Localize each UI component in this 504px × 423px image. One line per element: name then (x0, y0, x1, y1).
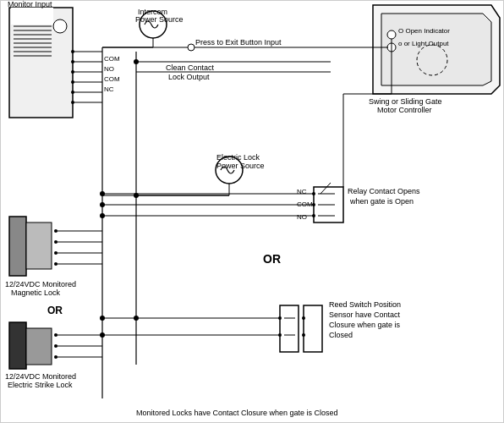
svg-text:when gate is Open: when gate is Open (349, 197, 414, 206)
svg-text:Clean Contact: Clean Contact (166, 63, 215, 72)
svg-text:12/24VDC Monitored: 12/24VDC Monitored (5, 280, 76, 288)
svg-point-73 (387, 30, 396, 39)
svg-text:Relay Contact Opens: Relay Contact Opens (348, 187, 420, 195)
svg-point-33 (188, 44, 194, 51)
svg-rect-101 (280, 305, 299, 352)
svg-text:Press to Exit Button Input: Press to Exit Button Input (195, 38, 282, 47)
svg-text:Power Source: Power Source (135, 15, 184, 24)
svg-text:COM: COM (104, 55, 120, 63)
svg-point-95 (100, 191, 105, 196)
wiring-diagram: Monitor Input Intercom Power Source Pres… (0, 0, 504, 423)
svg-point-105 (302, 316, 305, 320)
svg-text:COM: COM (104, 75, 120, 83)
svg-text:NC: NC (104, 85, 114, 93)
svg-text:12/24VDC Monitored: 12/24VDC Monitored (5, 372, 76, 381)
svg-point-96 (100, 202, 105, 207)
svg-text:OR: OR (47, 305, 63, 316)
svg-text:Swing or Sliding Gate: Swing or Sliding Gate (369, 97, 442, 106)
svg-text:Electric Strike Lock: Electric Strike Lock (8, 381, 73, 389)
svg-text:Monitor Input: Monitor Input (8, 1, 52, 8)
svg-text:O Open Indicator: O Open Indicator (398, 27, 450, 35)
svg-rect-64 (26, 328, 52, 365)
svg-text:Magnetic Lock: Magnetic Lock (11, 288, 61, 297)
svg-text:Closed: Closed (329, 331, 353, 339)
svg-text:Closure when gate is: Closure when gate is (329, 321, 401, 329)
svg-text:NC: NC (297, 188, 307, 195)
svg-rect-51 (26, 222, 52, 269)
svg-point-97 (100, 213, 105, 218)
svg-text:Lock Output: Lock Output (168, 73, 210, 81)
svg-text:Sensor have Contact: Sensor have Contact (329, 310, 401, 319)
svg-text:Reed Switch Position: Reed Switch Position (329, 300, 401, 309)
svg-rect-63 (9, 322, 26, 369)
svg-text:Monitored Locks have Contact C: Monitored Locks have Contact Closure whe… (136, 409, 338, 417)
svg-point-122 (134, 59, 139, 64)
svg-point-106 (302, 333, 305, 337)
svg-text:NO: NO (297, 213, 307, 221)
svg-text:Electric Lock: Electric Lock (216, 153, 260, 162)
svg-point-112 (100, 332, 105, 338)
svg-point-111 (100, 316, 105, 321)
svg-rect-19 (11, 8, 53, 25)
svg-rect-102 (304, 305, 322, 352)
svg-text:Motor Controller: Motor Controller (377, 106, 432, 114)
svg-text:Power Source: Power Source (216, 162, 265, 170)
svg-rect-50 (9, 217, 26, 276)
svg-point-124 (134, 316, 139, 321)
svg-text:NO: NO (104, 65, 114, 73)
svg-point-12 (53, 19, 67, 33)
svg-text:OR: OR (263, 252, 281, 266)
svg-text:o or Light Output: o or Light Output (398, 40, 449, 47)
